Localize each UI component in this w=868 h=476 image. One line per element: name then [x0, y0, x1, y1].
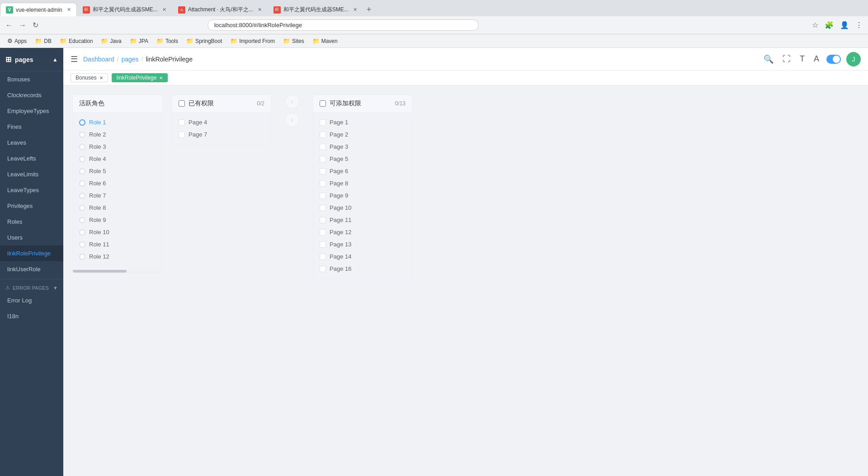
role-item-role10[interactable]: Role 10 [73, 226, 162, 238]
available-checkbox-page9[interactable] [320, 193, 326, 199]
role-item-role9[interactable]: Role 9 [73, 214, 162, 226]
role-item-role3[interactable]: Role 3 [73, 141, 162, 153]
sidebar-item-users[interactable]: Users [0, 230, 63, 245]
bookmark-maven[interactable]: 📁 Maven [309, 37, 341, 45]
role-item-role2[interactable]: Role 2 [73, 128, 162, 141]
existing-checkbox-page7[interactable] [179, 132, 185, 138]
available-checkbox-page1[interactable] [320, 119, 326, 126]
sidebar-item-employeetypes[interactable]: EmployeeTypes [0, 103, 63, 119]
sidebar-item-leavetypes[interactable]: LeaveTypes [0, 182, 63, 198]
arrow-right-button[interactable]: › [285, 113, 299, 127]
available-item-page2[interactable]: Page 2 [313, 128, 412, 141]
avatar[interactable]: J [846, 52, 861, 66]
theme-toggle[interactable] [826, 55, 841, 64]
role-item-role6[interactable]: Role 6 [73, 177, 162, 189]
address-input[interactable] [208, 19, 479, 31]
available-item-page16[interactable]: Page 16 [313, 263, 412, 275]
role-item-role7[interactable]: Role 7 [73, 189, 162, 202]
tab-close-2[interactable]: ✕ [162, 7, 166, 13]
role-item-role8[interactable]: Role 8 [73, 202, 162, 214]
available-item-page12[interactable]: Page 12 [313, 226, 412, 238]
tab-close-3[interactable]: ✕ [258, 7, 262, 13]
role-item-role11[interactable]: Role 11 [73, 238, 162, 250]
existing-checkbox-page4[interactable] [179, 119, 185, 126]
back-button[interactable]: ← [4, 19, 14, 31]
tag-linkroleprivilege-close[interactable]: ✕ [159, 75, 163, 80]
available-item-page10[interactable]: Page 10 [313, 202, 412, 214]
tab-4[interactable]: 和 和平之翼代码生成器SME... ✕ [268, 3, 363, 16]
available-item-page9[interactable]: Page 9 [313, 189, 412, 202]
hamburger-button[interactable]: ☰ [71, 54, 78, 64]
bookmark-sites[interactable]: 📁 Sites [279, 37, 308, 45]
tag-bonuses-close[interactable]: ✕ [99, 75, 103, 80]
available-item-page1[interactable]: Page 1 [313, 116, 412, 128]
fullscreen-icon-button[interactable]: ⛶ [781, 52, 793, 66]
sidebar-item-roles[interactable]: Roles [0, 214, 63, 230]
existing-item-page4[interactable]: Page 4 [172, 116, 271, 128]
available-checkbox-page12[interactable] [320, 229, 326, 236]
search-icon-button[interactable]: 🔍 [762, 52, 775, 66]
tab-3[interactable]: A Attachment · 火鸟/和平之... ✕ [172, 3, 268, 16]
available-checkbox-page8[interactable] [320, 180, 326, 187]
sidebar-item-bonuses[interactable]: Bonuses [0, 71, 63, 87]
bookmark-apps[interactable]: ⚙ Apps [4, 37, 30, 45]
available-item-page8[interactable]: Page 8 [313, 177, 412, 189]
sidebar-item-i18n[interactable]: I18n [0, 308, 63, 324]
role-item-role4[interactable]: Role 4 [73, 153, 162, 165]
bookmark-db[interactable]: 📁 DB [31, 37, 55, 45]
reload-button[interactable]: ↻ [31, 19, 40, 31]
bookmark-tools[interactable]: 📁 Tools [153, 37, 182, 45]
forward-button[interactable]: → [17, 19, 28, 31]
available-checkbox-page10[interactable] [320, 205, 326, 211]
tab-1[interactable]: V vue-element-admin ✕ [0, 3, 77, 16]
tab-2[interactable]: 和 和平之翼代码生成器SME... ✕ [77, 3, 172, 16]
available-checkbox-page5[interactable] [320, 156, 326, 162]
available-checkbox-page6[interactable] [320, 168, 326, 174]
breadcrumb-pages[interactable]: pages [121, 56, 138, 63]
sidebar-item-leaves[interactable]: Leaves [0, 135, 63, 151]
translate-icon-button[interactable]: A [812, 52, 821, 66]
available-item-page6[interactable]: Page 6 [313, 165, 412, 177]
bookmark-education[interactable]: 📁 Education [56, 37, 96, 45]
tab-close-1[interactable]: ✕ [67, 7, 71, 13]
available-item-page11[interactable]: Page 11 [313, 214, 412, 226]
menu-button[interactable]: ⋮ [854, 19, 864, 31]
available-checkbox-page14[interactable] [320, 254, 326, 260]
sidebar-item-linkroleprivilege[interactable]: linkRolePrivilege [0, 245, 63, 261]
available-select-all-checkbox[interactable] [320, 100, 326, 107]
bookmark-imported-from[interactable]: 📁 Imported From [226, 37, 278, 45]
available-item-page14[interactable]: Page 14 [313, 250, 412, 263]
available-checkbox-page3[interactable] [320, 144, 326, 150]
available-checkbox-page2[interactable] [320, 132, 326, 138]
bookmark-button[interactable]: ☆ [810, 19, 820, 31]
available-item-page3[interactable]: Page 3 [313, 141, 412, 153]
existing-select-all-checkbox[interactable] [179, 100, 185, 107]
available-checkbox-page16[interactable] [320, 266, 326, 272]
existing-item-page7[interactable]: Page 7 [172, 128, 271, 141]
sidebar-item-error-log[interactable]: Error Log [0, 292, 63, 308]
font-size-icon-button[interactable]: T [798, 52, 807, 66]
bookmark-springboot[interactable]: 📁 SpringBoot [183, 37, 226, 45]
sidebar-item-leavelimits[interactable]: LeaveLimits [0, 166, 63, 182]
sidebar-section-error-pages[interactable]: ⚠ Error Pages ▼ [0, 281, 63, 292]
sidebar-item-linkuserrole[interactable]: linkUserRole [0, 261, 63, 277]
new-tab-button[interactable]: + [363, 5, 375, 14]
extension-button[interactable]: 🧩 [823, 19, 835, 31]
bookmark-jpa[interactable]: 📁 JPA [126, 37, 152, 45]
roles-scrollbar[interactable] [73, 270, 162, 273]
breadcrumb-dashboard[interactable]: Dashboard [83, 56, 114, 63]
bookmark-java[interactable]: 📁 Java [97, 37, 125, 45]
tab-close-4[interactable]: ✕ [353, 7, 357, 13]
role-item-role5[interactable]: Role 5 [73, 165, 162, 177]
tag-linkroleprivilege[interactable]: linkRolePrivilege ✕ [112, 73, 168, 82]
available-item-page13[interactable]: Page 13 [313, 238, 412, 250]
role-item-role12[interactable]: Role 12 [73, 250, 162, 263]
available-item-page5[interactable]: Page 5 [313, 153, 412, 165]
role-item-role1[interactable]: Role 1 [73, 116, 162, 128]
sidebar-item-privileges[interactable]: Privileges [0, 198, 63, 214]
available-checkbox-page11[interactable] [320, 217, 326, 223]
sidebar-collapse-icon[interactable]: ▲ [52, 57, 58, 63]
available-checkbox-page13[interactable] [320, 241, 326, 248]
sidebar-item-fines[interactable]: Fines [0, 119, 63, 135]
sidebar-item-leavelefts[interactable]: LeaveLefts [0, 151, 63, 166]
